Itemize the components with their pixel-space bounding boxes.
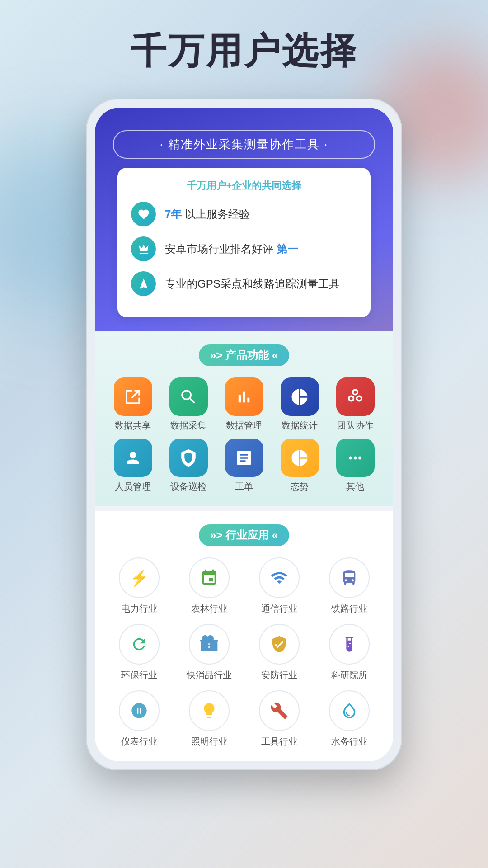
product-label-collect: 数据采集 (170, 420, 206, 432)
product-item-workorder[interactable]: 工单 (221, 439, 267, 493)
phone-frame: · 精准外业采集测量协作工具 · 千万用户+企业的共同选择 7年 以上 (86, 99, 402, 770)
feature-icon-heart (131, 202, 156, 226)
product-label-people: 人员管理 (115, 481, 151, 493)
industry-label-research: 科研院所 (331, 669, 367, 681)
industry-label-security: 安防行业 (261, 669, 297, 681)
feature-item-3: 专业的GPS采点和线路追踪测量工具 (131, 271, 357, 296)
phone-wrapper: · 精准外业采集测量协作工具 · 千万用户+企业的共同选择 7年 以上 (0, 99, 488, 770)
electric-icon: ⚡ (130, 569, 149, 587)
industry-section-title: »> 行业应用 « (104, 524, 384, 546)
product-item-team[interactable]: 团队协作 (333, 377, 378, 432)
industry-item-comm[interactable]: 通信行业 (252, 557, 306, 615)
industry-icon-light (189, 690, 230, 731)
products-title-inner: »> 产品功能 « (199, 344, 289, 366)
industry-icon-tools (259, 690, 300, 731)
products-grid: 数据共享 数据采集 (104, 377, 384, 493)
product-icon-other (336, 439, 375, 477)
industry-label-rail: 铁路行业 (331, 603, 367, 615)
product-icon-situation (281, 439, 319, 477)
product-label-other: 其他 (346, 481, 364, 493)
industry-label-electric: 电力行业 (121, 603, 157, 615)
product-label-manage: 数据管理 (226, 420, 262, 432)
industry-label-tools: 工具行业 (261, 736, 297, 748)
products-section-title: »> 产品功能 « (104, 344, 384, 366)
product-item-people[interactable]: 人员管理 (110, 439, 155, 493)
industry-item-security[interactable]: 安防行业 (252, 624, 306, 681)
industry-item-tools[interactable]: 工具行业 (252, 690, 306, 748)
industry-label-farm: 农林行业 (191, 603, 227, 615)
product-item-other[interactable]: 其他 (333, 439, 378, 493)
banner-section: · 精准外业采集测量协作工具 · 千万用户+企业的共同选择 7年 以上 (95, 108, 393, 331)
industry-item-meter[interactable]: 仪表行业 (112, 690, 166, 748)
product-label-team: 团队协作 (337, 420, 373, 432)
industry-icon-meter (119, 690, 160, 731)
industry-item-light[interactable]: 照明行业 (182, 690, 236, 748)
phone-screen: · 精准外业采集测量协作工具 · 千万用户+企业的共同选择 7年 以上 (95, 108, 393, 761)
industry-section: »> 行业应用 « ⚡ 电力行业 (95, 511, 393, 761)
feature-card: 千万用户+企业的共同选择 7年 以上服务经验 (117, 168, 371, 317)
feature-text-1: 7年 以上服务经验 (165, 207, 250, 222)
product-item-situation[interactable]: 态势 (277, 439, 322, 493)
product-icon-manage (225, 377, 263, 416)
feature-icon-gps (131, 271, 156, 296)
industry-label-water: 水务行业 (331, 736, 367, 748)
feature-text-2: 安卓市场行业排名好评 第一 (165, 241, 298, 257)
industry-label-env: 环保行业 (121, 669, 157, 681)
industry-icon-security (259, 624, 300, 665)
industry-label-fmcg: 快消品行业 (187, 669, 232, 681)
industry-icon-electric: ⚡ (119, 557, 160, 598)
product-item-manage[interactable]: 数据管理 (221, 377, 267, 432)
highlight-years: 7年 (165, 208, 182, 220)
product-icon-collect (169, 377, 208, 416)
banner-tagline: · 精准外业采集测量协作工具 · (113, 130, 375, 159)
product-icon-inspect (169, 439, 208, 477)
industry-label-meter: 仪表行业 (121, 736, 157, 748)
highlight-rank: 第一 (277, 243, 298, 255)
product-label-inspect: 设备巡检 (170, 481, 206, 493)
tagline-text: · 精准外业采集测量协作工具 · (160, 137, 328, 151)
product-label-stats: 数据统计 (282, 420, 318, 432)
feature-item-1: 7年 以上服务经验 (131, 202, 357, 226)
industry-icon-comm (259, 557, 300, 598)
product-label-workorder: 工单 (235, 481, 253, 493)
industry-label-comm: 通信行业 (261, 603, 297, 615)
industry-title-inner: »> 行业应用 « (199, 524, 289, 546)
product-icon-share (114, 377, 152, 416)
product-icon-team (336, 377, 375, 416)
product-item-share[interactable]: 数据共享 (110, 377, 155, 432)
industry-item-water[interactable]: 水务行业 (322, 690, 376, 748)
industry-item-env[interactable]: 环保行业 (112, 624, 166, 681)
product-icon-people (114, 439, 152, 477)
product-item-collect[interactable]: 数据采集 (166, 377, 211, 432)
industry-label-light: 照明行业 (191, 736, 227, 748)
industry-item-rail[interactable]: 铁路行业 (322, 557, 376, 615)
product-icon-workorder (225, 439, 263, 477)
industry-item-research[interactable]: 科研院所 (322, 624, 376, 681)
industry-icon-farm (189, 557, 230, 598)
industry-grid: ⚡ 电力行业 农林行业 (104, 557, 384, 748)
industry-icon-fmcg (189, 624, 230, 665)
industry-item-farm[interactable]: 农林行业 (182, 557, 236, 615)
product-item-inspect[interactable]: 设备巡检 (166, 439, 211, 493)
feature-text-3: 专业的GPS采点和线路追踪测量工具 (165, 276, 340, 292)
industry-item-fmcg[interactable]: 快消品行业 (182, 624, 236, 681)
page-title: 千万用户选择 (0, 0, 488, 99)
product-item-stats[interactable]: 数据统计 (277, 377, 322, 432)
industry-icon-research (329, 624, 370, 665)
products-section: »> 产品功能 « 数据共享 (95, 331, 393, 506)
feature-card-header: 千万用户+企业的共同选择 (131, 179, 357, 193)
feature-item-2: 安卓市场行业排名好评 第一 (131, 236, 357, 261)
feature-icon-crown (131, 236, 156, 261)
product-icon-stats (281, 377, 319, 416)
industry-icon-rail (329, 557, 370, 598)
industry-icon-water (329, 690, 370, 731)
product-label-share: 数据共享 (115, 420, 151, 432)
product-label-situation: 态势 (291, 481, 309, 493)
industry-item-electric[interactable]: ⚡ 电力行业 (112, 557, 166, 615)
industry-icon-env (119, 624, 160, 665)
